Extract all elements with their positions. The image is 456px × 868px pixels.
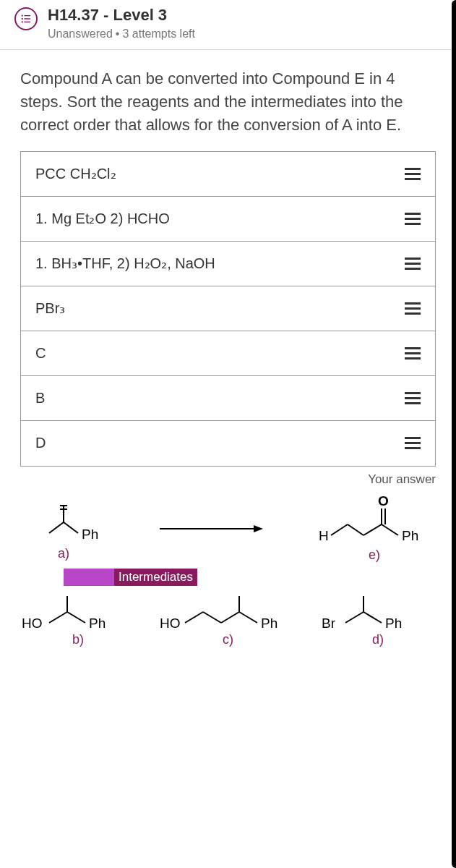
svg-line-6 [49, 522, 64, 533]
svg-point-0 [22, 14, 23, 16]
your-answer-label: Your answer [0, 467, 456, 487]
svg-line-15 [348, 524, 363, 535]
svg-line-23 [49, 612, 67, 623]
svg-line-31 [239, 612, 257, 623]
drag-handle-icon[interactable] [405, 302, 421, 315]
svg-line-28 [185, 612, 203, 623]
drag-handle-icon[interactable] [405, 347, 421, 359]
structure-b: HO Ph b) [20, 590, 136, 647]
structure-a: Ph a) [20, 497, 107, 561]
svg-line-36 [363, 612, 382, 623]
structure-e: O H Ph e) [313, 495, 436, 563]
question-subtitle: Unanswered•3 attempts left [48, 27, 442, 41]
svg-line-35 [345, 612, 363, 623]
item-label: PCC CH₂Cl₂ [35, 165, 405, 182]
question-title: H14.37 - Level 3 [48, 6, 442, 25]
svg-line-7 [64, 522, 78, 533]
svg-text:Ph: Ph [82, 527, 98, 542]
item-label: 1. Mg Et₂O 2) HCHO [35, 210, 405, 227]
svg-point-4 [22, 21, 23, 22]
sortable-list[interactable]: PCC CH₂Cl₂ 1. Mg Et₂O 2) HCHO 1. BH₃•THF… [20, 151, 436, 467]
intermediates-label: Intermediates [64, 569, 436, 586]
svg-line-14 [331, 524, 348, 535]
list-item[interactable]: PBr₃ [21, 286, 435, 331]
svg-line-29 [203, 612, 221, 623]
list-item[interactable]: PCC CH₂Cl₂ [21, 152, 435, 197]
drag-handle-icon[interactable] [405, 258, 421, 270]
drag-handle-icon[interactable] [405, 213, 421, 225]
svg-marker-13 [254, 525, 263, 532]
list-item[interactable]: 1. BH₃•THF, 2) H₂O₂, NaOH [21, 242, 435, 286]
svg-text:HO: HO [22, 616, 43, 631]
structure-d: Br Ph d) [320, 590, 436, 647]
list-item[interactable]: D [21, 421, 435, 466]
drag-handle-icon[interactable] [405, 168, 421, 180]
svg-text:O: O [378, 495, 389, 509]
svg-point-2 [22, 18, 23, 20]
svg-text:H: H [319, 528, 329, 543]
item-label: C [35, 345, 405, 362]
svg-text:Ph: Ph [89, 616, 106, 631]
svg-rect-1 [24, 15, 30, 16]
svg-line-24 [67, 612, 85, 623]
svg-text:Ph: Ph [402, 528, 418, 543]
svg-text:HO: HO [160, 616, 181, 631]
item-label: 1. BH₃•THF, 2) H₂O₂, NaOH [35, 255, 405, 272]
item-label: PBr₃ [35, 299, 405, 317]
list-item[interactable]: B [21, 376, 435, 421]
item-label: D [35, 435, 405, 451]
svg-text:Ph: Ph [261, 616, 278, 631]
question-text: Compound A can be converted into Compoun… [0, 50, 456, 151]
svg-line-17 [382, 524, 398, 535]
svg-text:Ph: Ph [385, 616, 402, 631]
svg-line-16 [363, 524, 382, 535]
svg-rect-5 [24, 22, 30, 22]
svg-text:Br: Br [322, 616, 336, 631]
item-label: B [35, 390, 405, 407]
list-item[interactable]: C [21, 331, 435, 376]
list-icon [14, 7, 38, 30]
reaction-arrow-icon [156, 518, 264, 540]
svg-line-30 [221, 612, 239, 623]
svg-rect-3 [24, 18, 30, 19]
drag-handle-icon[interactable] [405, 437, 421, 449]
structure-c: HO Ph c) [160, 590, 297, 647]
right-border [452, 0, 456, 662]
drag-handle-icon[interactable] [405, 392, 421, 404]
list-item[interactable]: 1. Mg Et₂O 2) HCHO [21, 197, 435, 242]
diagram: Ph a) O [0, 487, 456, 662]
